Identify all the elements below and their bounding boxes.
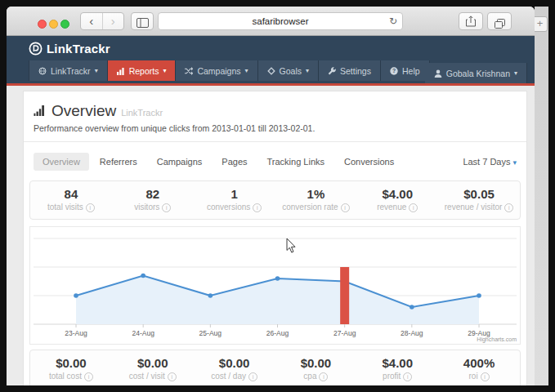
bottom-stats-panel: $0.00total costi$0.00cost / visiti$0.00c…	[29, 350, 521, 385]
linktrackr-navbar: LinkTrackr LinkTrackr▾Reports▾Campaigns▾…	[7, 36, 535, 86]
tab-overview[interactable]: Overview	[34, 153, 89, 171]
stat-value: 82	[112, 187, 194, 201]
stat-value: $0.00	[275, 356, 356, 370]
stat-label: conversion ratei	[275, 203, 356, 212]
chart-attribution[interactable]: Highcharts.com	[477, 336, 517, 343]
x-tick-label: 26-Aug	[266, 329, 289, 337]
stat-label: total costi	[30, 372, 112, 381]
safari-window: ‹ › safaribrowser ↻ LinkTrackr LinkTra	[7, 7, 535, 385]
screenshot-frame: + ‹ › safaribrowser ↻	[0, 0, 555, 392]
nav-item-label: Help	[402, 66, 420, 76]
user-menu[interactable]: Gobala Krishnan▾	[425, 63, 527, 83]
stat-cpa: $0.00cpai	[275, 350, 356, 385]
stat-value: 1%	[275, 187, 356, 201]
visits-chart[interactable]: 23-Aug24-Aug25-Aug26-Aug27-Aug28-Aug29-A…	[30, 227, 520, 344]
nav-item-label: Settings	[340, 66, 371, 76]
data-point[interactable]	[208, 293, 213, 298]
stat-label: revenue / visitori	[438, 203, 520, 212]
stat-label: roii	[438, 372, 520, 381]
back-button[interactable]: ‹	[81, 13, 102, 29]
tab-campaigns[interactable]: Campaigns	[148, 153, 212, 171]
nav-item-settings[interactable]: Settings	[319, 60, 381, 81]
mouse-cursor	[287, 238, 295, 252]
info-icon[interactable]: i	[253, 203, 262, 212]
zoom-window-button[interactable]	[60, 20, 69, 29]
tab-referrers[interactable]: Referrers	[91, 153, 146, 171]
reload-button[interactable]: ↻	[389, 13, 397, 29]
info-icon[interactable]: i	[86, 203, 95, 212]
highlight-column[interactable]	[340, 267, 349, 324]
data-point[interactable]	[275, 276, 280, 281]
stat-label: cost / dayi	[194, 372, 275, 381]
info-icon[interactable]: i	[504, 203, 513, 212]
tab-tracking-links[interactable]: Tracking Links	[258, 153, 334, 171]
stat-value: $0.00	[194, 356, 275, 370]
info-icon[interactable]: i	[481, 372, 490, 381]
tab-pages[interactable]: Pages	[213, 153, 256, 171]
goal-icon	[267, 67, 275, 75]
stat-total-visits: 84total visitsi	[30, 181, 112, 219]
globe-icon	[38, 67, 47, 75]
tab-overview-button[interactable]	[487, 12, 512, 30]
stat-value: 84	[30, 187, 112, 201]
nav-item-reports[interactable]: Reports▾	[108, 60, 177, 81]
bar-chart-icon	[117, 67, 125, 75]
stat-value: $0.05	[438, 187, 520, 201]
info-icon[interactable]: i	[162, 203, 171, 212]
data-point[interactable]	[74, 293, 78, 298]
info-icon[interactable]: i	[403, 372, 412, 381]
history-nav-group: ‹ ›	[80, 12, 124, 30]
forward-button[interactable]: ›	[102, 13, 124, 29]
data-point[interactable]	[141, 274, 145, 278]
brand-name[interactable]: LinkTrackr	[47, 42, 110, 56]
stat-value: $4.00	[356, 187, 438, 201]
chart-panel: 23-Aug24-Aug25-Aug26-Aug27-Aug28-Aug29-A…	[29, 226, 521, 345]
page-title: Overview	[51, 102, 116, 120]
data-point[interactable]	[477, 293, 481, 298]
x-tick-label: 27-Aug	[333, 329, 356, 337]
caret-down-icon: ▾	[512, 158, 517, 167]
info-icon[interactable]: i	[319, 372, 328, 381]
stat-total-cost: $0.00total costi	[30, 350, 112, 385]
minimize-window-button[interactable]	[49, 20, 58, 29]
share-button[interactable]	[459, 12, 483, 30]
page-heading: Overview LinkTrackr Performance overview…	[24, 91, 526, 142]
tabs-icon	[495, 19, 505, 29]
nav-item-label: Reports	[129, 66, 159, 76]
sidebar-toggle-button[interactable]	[131, 12, 154, 30]
stat-revenue: $4.00revenuei	[356, 181, 438, 219]
info-icon[interactable]: i	[409, 203, 418, 212]
nav-item-help[interactable]: ?Help	[381, 60, 430, 81]
info-icon[interactable]: i	[168, 372, 177, 381]
background-window-strip	[535, 7, 548, 385]
tab-conversions[interactable]: Conversions	[335, 153, 403, 171]
svg-text:?: ?	[392, 68, 396, 74]
shuffle-icon	[185, 67, 193, 75]
x-tick-label: 23-Aug	[65, 329, 87, 337]
stat-label: cost / visiti	[112, 372, 194, 381]
info-icon[interactable]: i	[341, 203, 350, 212]
info-icon[interactable]: i	[84, 372, 93, 381]
info-icon[interactable]: i	[248, 372, 257, 381]
stat-profit: $4.00profiti	[356, 350, 438, 385]
stat-revenue-visitor: $0.05revenue / visitori	[438, 181, 520, 219]
date-range-dropdown[interactable]: Last 7 Days▾	[463, 157, 517, 167]
main-card: Overview LinkTrackr Performance overview…	[23, 91, 527, 385]
stat-roi: 400%roii	[438, 350, 520, 385]
data-point[interactable]	[410, 305, 414, 310]
x-tick-label: 25-Aug	[199, 329, 222, 337]
nav-item-label: LinkTrackr	[51, 66, 91, 76]
page-content: Overview LinkTrackr Performance overview…	[7, 86, 535, 385]
page-description: Performance overview from unique clicks …	[34, 123, 517, 133]
stat-value: $0.00	[112, 356, 194, 370]
stat-conversions: 1conversionsi	[194, 181, 275, 219]
close-window-button[interactable]	[38, 20, 47, 29]
address-bar[interactable]: safaribrowser ↻	[158, 12, 403, 30]
help-icon: ?	[390, 67, 398, 75]
sidebar-icon	[137, 18, 149, 28]
nav-item-goals[interactable]: Goals▾	[258, 60, 319, 81]
area-fill	[76, 276, 479, 325]
nav-item-campaigns[interactable]: Campaigns▾	[176, 60, 257, 81]
linktrackr-logo-icon	[29, 42, 43, 56]
nav-item-linktrackr[interactable]: LinkTrackr▾	[29, 60, 108, 81]
